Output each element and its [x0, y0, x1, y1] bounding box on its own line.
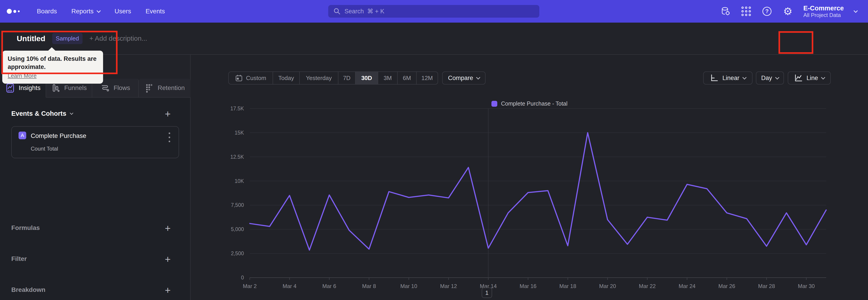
chart-panel: Custom Today Yesterday 7D 30D 3M 6M 12M … [191, 55, 868, 300]
chevron-down-icon [854, 8, 858, 13]
svg-text:0: 0 [241, 275, 244, 280]
report-header: Untitled Sampled + Add description... Sa… [0, 23, 868, 55]
svg-text:10K: 10K [235, 178, 244, 184]
svg-text:Mar 16: Mar 16 [520, 283, 537, 289]
project-selector[interactable]: E-Commerce All Project Data [803, 4, 844, 18]
help-icon[interactable]: ? [762, 6, 772, 17]
svg-text:Mar 12: Mar 12 [440, 283, 457, 289]
sampled-badge[interactable]: Sampled [52, 33, 83, 44]
kebab-menu-icon[interactable] [167, 131, 172, 144]
settings-gear-icon[interactable]: ⚙ [782, 6, 793, 17]
section-formulas: Formulas [11, 224, 40, 232]
svg-text:Mar 18: Mar 18 [559, 283, 577, 289]
global-search[interactable] [328, 5, 539, 18]
events-cohorts-header[interactable]: Events & Cohorts [11, 110, 73, 117]
tooltip-learn-more-link[interactable]: Learn More [8, 72, 37, 79]
mixpanel-logo-icon[interactable] [7, 9, 20, 14]
event-metric[interactable]: Count Total [31, 146, 58, 152]
pagination-page-1[interactable]: 1 [482, 288, 492, 298]
tooltip-arrow [48, 47, 56, 51]
insights-icon [5, 83, 15, 93]
chevron-down-icon [70, 111, 73, 115]
report-title-group: Untitled Sampled + Add description... [17, 23, 147, 54]
add-filter-button[interactable]: + [163, 254, 173, 264]
logo-dot [13, 10, 16, 13]
top-navbar: Boards Reports Users Events ? ⚙ E-Commer… [0, 0, 868, 23]
svg-text:Mar 28: Mar 28 [758, 283, 775, 289]
funnels-icon [51, 83, 61, 93]
chevron-down-icon [96, 8, 101, 13]
svg-text:Mar 30: Mar 30 [798, 283, 815, 289]
query-sidebar: Insights Funnels Flows Retent [0, 55, 191, 300]
svg-text:Mar 6: Mar 6 [322, 283, 336, 289]
nav-right: ? ⚙ E-Commerce All Project Data [720, 0, 857, 23]
project-scope: All Project Data [803, 12, 844, 18]
svg-text:5,000: 5,000 [231, 226, 244, 232]
event-name[interactable]: Complete Purchase [31, 132, 86, 140]
section-breakdown: Breakdown [11, 286, 45, 294]
project-name: E-Commerce [803, 4, 844, 12]
add-formula-button[interactable]: + [163, 223, 173, 233]
event-card[interactable]: A Complete Purchase Count Total [11, 126, 179, 158]
add-breakdown-button[interactable]: + [163, 285, 173, 295]
add-event-button[interactable]: + [163, 109, 173, 119]
svg-text:Mar 2: Mar 2 [243, 283, 256, 289]
svg-text:2,500: 2,500 [231, 250, 244, 257]
report-title[interactable]: Untitled [17, 34, 45, 43]
svg-text:12.5K: 12.5K [230, 154, 244, 160]
retention-icon [145, 83, 154, 93]
svg-text:7,500: 7,500 [231, 202, 244, 208]
svg-text:Mar 8: Mar 8 [362, 283, 376, 289]
nav-item-boards[interactable]: Boards [37, 8, 57, 15]
sampling-tooltip: Using 10% of data. Results are approxima… [2, 51, 103, 84]
svg-text:Mar 26: Mar 26 [718, 283, 735, 289]
logo-dot [7, 9, 12, 14]
svg-text:15K: 15K [235, 130, 244, 136]
svg-text:Mar 22: Mar 22 [639, 283, 656, 289]
search-icon [333, 7, 341, 15]
nav-item-users[interactable]: Users [115, 8, 131, 15]
logo-dot [18, 10, 20, 12]
search-input[interactable] [344, 8, 534, 15]
nav-left: Boards Reports Users Events [7, 0, 165, 23]
tooltip-text: Using 10% of data. Results are approxima… [8, 55, 98, 71]
section-filter: Filter [11, 255, 27, 263]
svg-text:Mar 24: Mar 24 [679, 283, 695, 289]
svg-text:17.5K: 17.5K [230, 106, 244, 112]
series-letter-badge: A [19, 131, 26, 139]
line-chart[interactable]: 02,5005,0007,50010K12.5K15K17.5KMar 2Mar… [191, 55, 868, 300]
flows-icon [100, 83, 110, 93]
svg-text:Mar 4: Mar 4 [283, 283, 296, 289]
nav-item-events[interactable]: Events [146, 8, 165, 15]
svg-text:Mar 20: Mar 20 [599, 283, 616, 289]
nav-item-reports[interactable]: Reports [71, 8, 100, 15]
svg-text:Mar 10: Mar 10 [400, 283, 417, 289]
data-management-icon[interactable] [720, 6, 731, 17]
add-description[interactable]: + Add description... [89, 35, 147, 42]
apps-grid-icon[interactable] [741, 6, 751, 17]
tab-retention[interactable]: Retention [139, 79, 191, 98]
